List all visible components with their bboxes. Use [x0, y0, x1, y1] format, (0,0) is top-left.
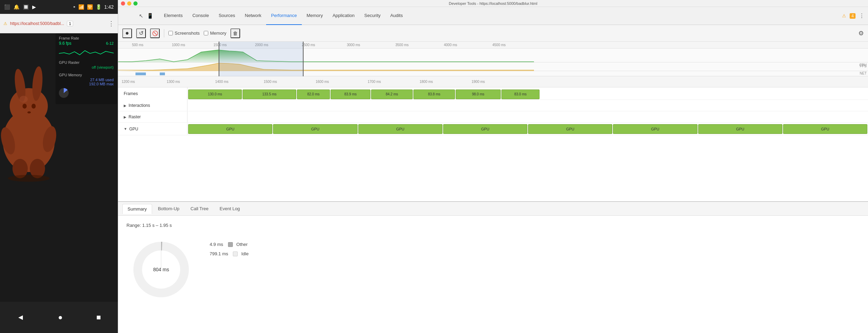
raster-row: ▶ Raster [118, 111, 868, 123]
frames-row: Frames 130.0 ms 133.5 ms 82.0 ms 83.9 ms… [118, 87, 868, 100]
frame-5[interactable]: 83.8 ms [413, 89, 455, 99]
wifi-icon: 🛜 [87, 4, 93, 10]
tab-summary[interactable]: Summary [122, 204, 152, 214]
bottom-tabs: Summary Bottom-Up Call Tree Event Log [118, 202, 868, 216]
tab-network[interactable]: Network [240, 7, 266, 25]
gpu-memory-section: GPU Memory 27.4 MB used 192.0 MB max [59, 73, 114, 98]
url-bar: ⚠ https://localhost:5000/badbl... 1 ⋮ [0, 14, 118, 33]
menu-button[interactable]: ⋮ [108, 20, 114, 27]
gpu-toggle[interactable]: ▼ [124, 127, 127, 131]
tick-3000: 3000 ms [347, 43, 360, 47]
tracks-area: Frames 130.0 ms 133.5 ms 82.0 ms 83.9 ms… [118, 87, 868, 201]
dtick-1900: 1900 ms [472, 80, 485, 84]
clock: 1:42 [104, 4, 114, 10]
clear-button[interactable]: 🚫 [150, 28, 160, 38]
net-label: NET [860, 71, 867, 75]
raster-toggle[interactable]: ▶ [124, 115, 126, 119]
tab-count[interactable]: 1 [67, 21, 73, 26]
close-button[interactable] [121, 1, 125, 6]
svg-point-12 [8, 175, 50, 182]
frame-rate-label: Frame Rate [59, 36, 114, 40]
legend-other: 4.9 ms Other [210, 242, 248, 247]
other-color [228, 242, 233, 247]
screenshots-checkbox[interactable]: Screenshots [168, 31, 200, 36]
tab-application[interactable]: Application [328, 7, 360, 25]
tab-bottom-up[interactable]: Bottom-Up [153, 204, 185, 214]
dtick-1400: 1400 ms [215, 80, 228, 84]
gpu-block-1[interactable]: GPU [273, 124, 357, 134]
app-icon-1: 🔲 [23, 4, 29, 10]
frame-2[interactable]: 82.0 ms [297, 89, 330, 99]
dtick-1600: 1600 ms [316, 80, 329, 84]
fps-value: 9.6 fps [59, 41, 71, 46]
tab-security[interactable]: Security [359, 7, 385, 25]
home-button[interactable]: ● [58, 313, 63, 322]
interactions-toggle[interactable]: ▶ [124, 104, 126, 108]
tab-audits[interactable]: Audits [385, 7, 407, 25]
recents-button[interactable]: ■ [96, 313, 101, 322]
settings-icon-nav[interactable]: ⋮ [859, 12, 865, 19]
tab-sources[interactable]: Sources [214, 7, 240, 25]
gpu-block-5[interactable]: GPU [613, 124, 697, 134]
gpu-label: ▼ GPU [118, 123, 187, 135]
overview[interactable]: 500 ms 1000 ms 1500 ms 2000 ms 2500 ms 3… [118, 42, 868, 76]
toolbar-divider-1 [164, 29, 164, 37]
svg-point-5 [32, 104, 36, 109]
gpu-mem-used: 27.4 MB used [59, 78, 114, 82]
device-icon[interactable]: 📱 [147, 13, 154, 19]
tick-1000: 1000 ms [172, 43, 185, 47]
memory-checkbox[interactable]: Memory [204, 31, 226, 36]
reload-button[interactable]: ↺ [136, 28, 146, 38]
frame-3[interactable]: 83.9 ms [331, 89, 370, 99]
notification-icon: 🔔 [14, 4, 19, 10]
gpu-block-6[interactable]: GPU [698, 124, 782, 134]
gpu-raster-status: off (viewport) [59, 65, 114, 69]
tab-performance[interactable]: Performance [266, 7, 301, 25]
frame-1[interactable]: 133.5 ms [243, 89, 296, 99]
gear-icon[interactable]: ⚙ [858, 30, 864, 37]
frames-content: 130.0 ms 133.5 ms 82.0 ms 83.9 ms 84.2 m… [187, 87, 868, 100]
frame-6[interactable]: 98.0 ms [456, 89, 501, 99]
cursor-icon[interactable]: ↖ [139, 13, 143, 19]
gpu-block-7[interactable]: GPU [783, 124, 867, 134]
interactions-content [187, 100, 868, 111]
url-text[interactable]: https://localhost:5000/badbl... [10, 21, 64, 26]
pie-center-label: 804 ms [153, 267, 169, 272]
svg-rect-16 [160, 72, 165, 75]
nav-right: ⚠ 4 ⋮ [842, 12, 868, 19]
gpu-block-2[interactable]: GPU [358, 124, 442, 134]
raster-content [187, 111, 868, 122]
range-text: Range: 1.15 s – 1.95 s [126, 223, 860, 228]
gpu-raster-label: GPU Raster [59, 60, 114, 65]
devtools-title-bar: Developer Tools - https://localhost:5000… [118, 0, 868, 7]
dtick-1800: 1800 ms [420, 80, 433, 84]
devtools-title-text: Developer Tools - https://localhost:5000… [449, 1, 537, 6]
svg-point-4 [23, 104, 27, 109]
frame-4[interactable]: 84.2 ms [371, 89, 413, 99]
gpu-block-0[interactable]: GPU [188, 124, 272, 134]
idle-value: 799.1 ms [210, 251, 228, 256]
timeline-area: 500 ms 1000 ms 1500 ms 2000 ms 2500 ms 3… [118, 42, 868, 333]
fps-range: 6-12 [106, 41, 114, 45]
tab-console[interactable]: Console [187, 7, 214, 25]
frame-0[interactable]: 130.0 ms [188, 89, 242, 99]
details-ruler: 1200 ms 1300 ms 1400 ms 1500 ms 1600 ms … [118, 76, 868, 87]
tick-3500: 3500 ms [395, 43, 409, 47]
tab-memory[interactable]: Memory [302, 7, 328, 25]
tab-event-log[interactable]: Event Log [214, 204, 245, 214]
gpu-block-3[interactable]: GPU [443, 124, 527, 134]
pie-chart: 804 ms [126, 235, 196, 304]
gpu-block-4[interactable]: GPU [528, 124, 612, 134]
back-button[interactable]: ◄ [17, 313, 25, 322]
record-button[interactable]: ● [122, 28, 132, 38]
fps-graph [59, 46, 114, 57]
frame-7[interactable]: 83.0 ms [501, 89, 540, 99]
tab-call-tree[interactable]: Call Tree [185, 204, 214, 214]
trash-button[interactable]: 🗑 [230, 28, 240, 38]
bluetooth-icon: ⁍ [73, 4, 76, 10]
bottom-panel: Summary Bottom-Up Call Tree Event Log Ra… [118, 201, 868, 333]
tab-elements[interactable]: Elements [159, 7, 187, 25]
maximize-button[interactable] [133, 1, 138, 6]
perf-overlay: Frame Rate 9.6 fps 6-12 GPU Raster off (… [55, 33, 117, 104]
minimize-button[interactable] [127, 1, 131, 6]
